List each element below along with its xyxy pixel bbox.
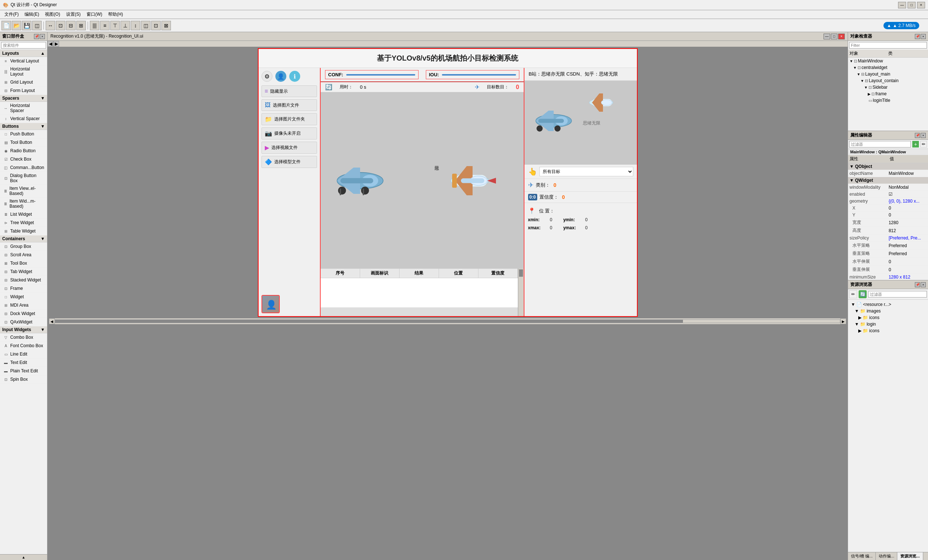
iou-slider[interactable] xyxy=(442,74,516,76)
objectname-value[interactable]: MainWindow xyxy=(887,170,928,177)
toolbar-btn8[interactable]: ⊞ xyxy=(76,21,86,30)
comp-table-widget[interactable]: ⊞ Table Widget xyxy=(0,227,47,236)
maximize-button[interactable]: □ xyxy=(908,2,916,8)
toolbar-btn15[interactable]: ⊡ xyxy=(151,21,161,30)
search-input[interactable] xyxy=(1,42,46,49)
toolbar-btn7[interactable]: ⊟ xyxy=(66,21,76,30)
close-button[interactable]: × xyxy=(917,2,925,8)
user-icon[interactable]: 👤 xyxy=(275,71,286,82)
tree-item-layout-contain[interactable]: ▼ ⊟ Layout_contain xyxy=(848,78,928,84)
comp-font-combo-box[interactable]: A Font Combo Box xyxy=(0,342,47,350)
enabled-value[interactable]: ☑ xyxy=(887,191,928,198)
y-value[interactable]: 0 xyxy=(887,212,928,219)
comp-list-widget[interactable]: ≣ List Widget xyxy=(0,210,47,219)
select-model-button[interactable]: 🔷 选择模型文件 xyxy=(261,156,317,168)
geometry-value[interactable]: {(0, 0), 1280 x... xyxy=(887,198,928,205)
comp-line-edit[interactable]: ▭ Line Edit xyxy=(0,350,47,359)
section-containers[interactable]: Containers ▼ xyxy=(0,236,47,242)
tree-item-sidebar[interactable]: ▼ ⊡ Sidebar xyxy=(848,84,928,91)
target-select[interactable]: 所有目标 xyxy=(539,167,633,177)
toolbar-btn4[interactable]: ◫ xyxy=(32,21,42,30)
info-icon[interactable]: ℹ xyxy=(289,71,300,82)
toolbar-btn9[interactable]: ||| xyxy=(90,21,99,30)
comp-group-box[interactable]: ⊡ Group Box xyxy=(0,242,47,251)
resource-add-button[interactable]: 🔄 xyxy=(859,290,867,298)
tree-item-logintitle[interactable]: ▭ loginTitle xyxy=(848,97,928,103)
comp-widget[interactable]: □ Widget xyxy=(0,293,47,301)
prop-action-button[interactable]: ✏ xyxy=(920,141,927,148)
open-button[interactable]: 📂 xyxy=(12,21,21,30)
toolbar-btn10[interactable]: ≡ xyxy=(100,21,110,30)
panel-close-button[interactable]: × xyxy=(40,34,45,39)
canvas-nav-right[interactable]: ▶ xyxy=(53,41,59,47)
comp-scroll-area[interactable]: ⊟ Scroll Area xyxy=(0,251,47,259)
select-video-button[interactable]: ▶ 选择视频文件 xyxy=(261,142,317,154)
select-image-file-button[interactable]: 🖼 选择图片文件 xyxy=(261,99,317,111)
comp-check-box[interactable]: ☑ Check Box xyxy=(0,155,47,164)
resource-edit-button[interactable]: ✏ xyxy=(849,290,857,298)
settings-icon[interactable]: ⚙ xyxy=(261,71,272,82)
toolbar-btn12[interactable]: ⊥ xyxy=(121,21,130,30)
minsize-value[interactable]: 1280 x 812 xyxy=(887,274,928,280)
tab-actions[interactable]: 动作编... xyxy=(876,552,897,560)
sizepolicy-value[interactable]: [Preferred, Pre... xyxy=(887,235,928,242)
inspector-pin-button[interactable]: 📌 xyxy=(915,34,920,39)
comp-dock-widget[interactable]: ⊟ Dock Widget xyxy=(0,310,47,318)
section-input-widgets[interactable]: Input Widgets ▼ xyxy=(0,326,47,333)
tree-item-frame[interactable]: ▶ ⊡ frame xyxy=(848,91,928,97)
comp-tool-box[interactable]: ⊠ Tool Box xyxy=(0,259,47,268)
left-panel-scroll-up[interactable]: ▲ xyxy=(0,554,47,560)
inspector-close-button[interactable]: × xyxy=(921,34,926,39)
designer-maximize-button[interactable]: □ xyxy=(831,33,838,40)
minimize-button[interactable]: — xyxy=(898,2,906,8)
res-item-icons2[interactable]: ▶ 📁 icons xyxy=(850,327,926,334)
section-layouts[interactable]: Layouts ▲ xyxy=(0,50,47,57)
resource-browser-pin-button[interactable]: 📌 xyxy=(915,282,920,287)
toolbar-btn13[interactable]: ↕ xyxy=(131,21,140,30)
tree-item-centralwidget[interactable]: ▼ ⊡ centralwidget xyxy=(848,64,928,71)
comp-plain-text-edit[interactable]: ▬ Plain Text Edit xyxy=(0,367,47,375)
comp-form-layout[interactable]: ⊟ Form Layout xyxy=(0,87,47,95)
menu-file[interactable]: 文件(F) xyxy=(2,11,21,18)
comp-dialog-button-box[interactable]: ⊡ Dialog Button Box xyxy=(0,172,47,185)
comp-combo-box[interactable]: ▽ Combo Box xyxy=(0,333,47,342)
panel-pin-button[interactable]: 📌 xyxy=(34,34,39,39)
prop-editor-pin-button[interactable]: 📌 xyxy=(915,133,920,138)
menu-help[interactable]: 帮助(H) xyxy=(105,11,126,18)
tab-resources[interactable]: 资源浏览... xyxy=(897,552,923,560)
comp-grid-layout[interactable]: ⊞ Grid Layout xyxy=(0,78,47,87)
comp-qax-widget[interactable]: ⊡ QAxWidget xyxy=(0,318,47,326)
comp-push-button[interactable]: □ Push Button xyxy=(0,130,47,138)
comp-frame[interactable]: ⊡ Frame xyxy=(0,285,47,293)
scroll-right-button[interactable]: ▶ xyxy=(840,318,846,324)
section-buttons[interactable]: Buttons ▼ xyxy=(0,123,47,130)
toolbar-btn6[interactable]: ⊡ xyxy=(56,21,66,30)
vstretch-value[interactable]: 0 xyxy=(887,266,928,274)
hpolicy-value[interactable]: Preferred xyxy=(887,242,928,250)
comp-command-button[interactable]: ◫ Comman...Button xyxy=(0,164,47,172)
comp-spin-box[interactable]: ⊡ Spin Box xyxy=(0,375,47,383)
res-item-root[interactable]: ▼ 📄 <resource r...> xyxy=(850,301,926,308)
select-image-folder-button[interactable]: 📁 选择图片文件夹 xyxy=(261,113,317,125)
camera-button[interactable]: 📷 摄像头未开启 xyxy=(261,128,317,140)
comp-horizontal-spacer[interactable]: ↔ Horizontal Spacer xyxy=(0,102,47,115)
toolbar-btn16[interactable]: ⊠ xyxy=(162,21,171,30)
comp-horizontal-layout[interactable]: ||| Horizontal Layout xyxy=(0,65,47,78)
comp-stacked-widget[interactable]: ⊟ Stacked Widget xyxy=(0,276,47,285)
scroll-left-button[interactable]: ◀ xyxy=(49,318,55,324)
toolbar-btn11[interactable]: ⊤ xyxy=(110,21,120,30)
tree-item-layout-main[interactable]: ▼ ⊟ Layout_main xyxy=(848,71,928,78)
x-value[interactable]: 0 xyxy=(887,205,928,212)
designer-minimize-button[interactable]: — xyxy=(824,33,830,40)
conf-slider[interactable] xyxy=(346,74,415,76)
res-item-icons1[interactable]: ▶ 📁 icons xyxy=(850,314,926,321)
comp-radio-button[interactable]: ◉ Radio Button xyxy=(0,147,47,155)
comp-text-edit[interactable]: ▬ Text Edit xyxy=(0,359,47,367)
save-button[interactable]: 💾 xyxy=(22,21,31,30)
new-button[interactable]: 📄 xyxy=(2,21,11,30)
comp-mdi-area[interactable]: ⊞ MDI Area xyxy=(0,301,47,310)
table-scrollbar[interactable] xyxy=(518,269,524,316)
prop-filter-input[interactable] xyxy=(849,141,911,148)
menu-edit[interactable]: 编辑(E) xyxy=(21,11,42,18)
canvas-nav-left[interactable]: ◀ xyxy=(47,41,53,47)
